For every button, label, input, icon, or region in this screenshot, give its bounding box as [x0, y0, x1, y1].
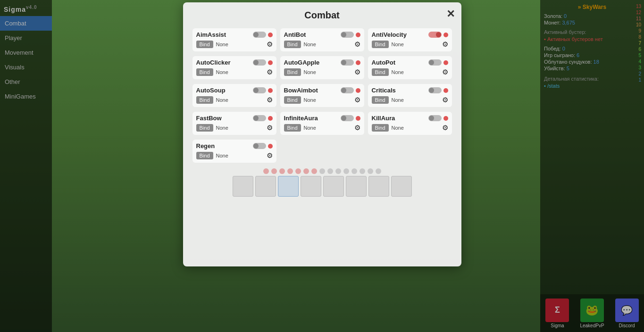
toggle-dot — [268, 144, 273, 149]
module-aimassist-header: AimAssist — [196, 31, 273, 38]
module-antivelocity-footer: Bind None ⚙ — [372, 40, 448, 49]
toggle-knob — [253, 143, 259, 149]
toggle-dot — [443, 60, 448, 65]
module-antivelocity-header: AntiVelocity — [372, 31, 448, 38]
module-aimassist: AimAssist Bind None ⚙ — [192, 28, 276, 51]
module-autopot-footer: Bind None ⚙ — [372, 68, 448, 76]
toggle-dot — [268, 60, 273, 65]
toggle-track — [428, 115, 442, 121]
module-criticals: Criticals Bind None ⚙ — [368, 84, 452, 107]
inv-slot[interactable] — [301, 176, 321, 197]
settings-antivelocity-button[interactable]: ⚙ — [442, 40, 448, 49]
toggle-track — [341, 87, 354, 93]
inv-dot — [335, 168, 341, 174]
settings-antibot-button[interactable]: ⚙ — [354, 40, 360, 49]
module-autoclicker-toggle[interactable] — [253, 59, 273, 66]
module-bowaimbot-toggle[interactable] — [341, 87, 360, 93]
module-autoclicker: AutoClicker Bind None ⚙ — [192, 56, 276, 79]
bind-killaura-button[interactable]: Bind — [372, 124, 389, 132]
module-autogapple-footer: Bind None ⚙ — [284, 68, 360, 76]
bind-fastbow-button[interactable]: Bind — [196, 124, 213, 132]
module-autoclicker-header: AutoClicker — [196, 59, 273, 66]
module-antivelocity: AntiVelocity Bind None ⚙ — [368, 28, 452, 51]
module-regen-toggle[interactable] — [253, 143, 273, 149]
bind-criticals-button[interactable]: Bind — [372, 96, 389, 104]
toggle-knob — [341, 32, 346, 37]
toggle-dot — [443, 33, 448, 37]
inv-slot[interactable] — [233, 176, 253, 197]
settings-killaura-button[interactable]: ⚙ — [442, 124, 448, 132]
toggle-dot — [356, 33, 360, 37]
module-killaura-toggle[interactable] — [428, 115, 448, 121]
bind-criticals-value: None — [392, 97, 404, 103]
bind-antibot-button[interactable]: Bind — [284, 41, 301, 48]
module-antibot-footer: Bind None ⚙ — [284, 40, 360, 49]
settings-fastbow-button[interactable]: ⚙ — [267, 124, 273, 132]
toggle-dot — [356, 116, 360, 121]
bind-regen-button[interactable]: Bind — [196, 152, 213, 159]
module-autoclicker-footer: Bind None ⚙ — [196, 68, 273, 76]
settings-aimassist-button[interactable]: ⚙ — [267, 40, 273, 49]
module-autopot-toggle[interactable] — [428, 59, 448, 66]
bind-regen-value: None — [216, 153, 228, 158]
module-bowaimbot-footer: Bind None ⚙ — [284, 96, 360, 104]
toggle-track — [428, 59, 442, 66]
settings-infiniteaura-button[interactable]: ⚙ — [354, 124, 360, 132]
bind-autosoup-button[interactable]: Bind — [196, 96, 213, 104]
module-killaura-header: KillAura — [372, 115, 448, 122]
modal-bottom — [192, 168, 452, 197]
combat-modal: Combat ✕ AimAssist Bind None ⚙ — [183, 2, 461, 266]
bind-antivelocity-button[interactable]: Bind — [372, 41, 389, 48]
settings-autosoup-button[interactable]: ⚙ — [267, 96, 273, 104]
settings-autogapple-button[interactable]: ⚙ — [354, 68, 360, 76]
inv-dot — [263, 168, 269, 174]
bind-autosoup-value: None — [216, 97, 228, 103]
bind-autoclicker-button[interactable]: Bind — [196, 68, 213, 76]
module-antibot: AntiBot Bind None ⚙ — [280, 28, 364, 51]
module-autosoup: AutoSoup Bind None ⚙ — [192, 84, 276, 107]
module-antivelocity-toggle[interactable] — [428, 32, 448, 38]
module-autogapple-toggle[interactable] — [341, 59, 360, 66]
settings-bowaimbot-button[interactable]: ⚙ — [354, 96, 360, 104]
module-criticals-name: Criticals — [372, 87, 396, 94]
module-killaura-footer: Bind None ⚙ — [372, 124, 448, 132]
module-aimassist-toggle[interactable] — [253, 32, 273, 38]
inv-slot[interactable] — [323, 176, 344, 197]
bind-bowaimbot-value: None — [304, 97, 316, 103]
module-infiniteaura-toggle[interactable] — [341, 115, 360, 121]
module-fastbow-toggle[interactable] — [253, 115, 273, 121]
inv-slot[interactable] — [346, 176, 367, 197]
module-antibot-toggle[interactable] — [341, 32, 360, 38]
settings-criticals-button[interactable]: ⚙ — [442, 96, 448, 104]
modal-overlay: Combat ✕ AimAssist Bind None ⚙ — [0, 0, 644, 332]
module-autosoup-header: AutoSoup — [196, 87, 273, 94]
module-regen-footer: Bind None ⚙ — [196, 151, 273, 160]
bind-autogapple-button[interactable]: Bind — [284, 68, 301, 76]
module-bowaimbot: BowAimbot Bind None ⚙ — [280, 84, 364, 107]
inventory-slots — [233, 176, 412, 197]
module-bowaimbot-header: BowAimbot — [284, 87, 360, 94]
module-autosoup-toggle[interactable] — [253, 87, 273, 93]
bind-bowaimbot-button[interactable]: Bind — [284, 96, 301, 104]
inv-slot-active[interactable] — [278, 176, 299, 197]
toggle-track — [341, 115, 354, 121]
module-antibot-header: AntiBot — [284, 31, 360, 38]
bind-aimassist-button[interactable]: Bind — [196, 41, 213, 48]
inv-slot[interactable] — [368, 176, 389, 197]
module-antibot-name: AntiBot — [284, 31, 306, 38]
bind-autopot-button[interactable]: Bind — [372, 68, 389, 76]
module-criticals-toggle[interactable] — [428, 87, 448, 93]
settings-autopot-button[interactable]: ⚙ — [442, 68, 448, 76]
settings-autoclicker-button[interactable]: ⚙ — [267, 68, 273, 76]
inv-slot[interactable] — [255, 176, 276, 197]
module-fastbow-header: FastBow — [196, 115, 273, 122]
toggle-knob — [341, 116, 346, 121]
inv-slot[interactable] — [391, 176, 412, 197]
module-fastbow-footer: Bind None ⚙ — [196, 124, 273, 132]
inv-dot — [319, 168, 325, 174]
inv-dot — [279, 168, 285, 174]
modal-title: Combat — [192, 10, 452, 21]
bind-infiniteaura-button[interactable]: Bind — [284, 124, 301, 132]
settings-regen-button[interactable]: ⚙ — [267, 151, 273, 160]
close-button[interactable]: ✕ — [446, 8, 455, 20]
